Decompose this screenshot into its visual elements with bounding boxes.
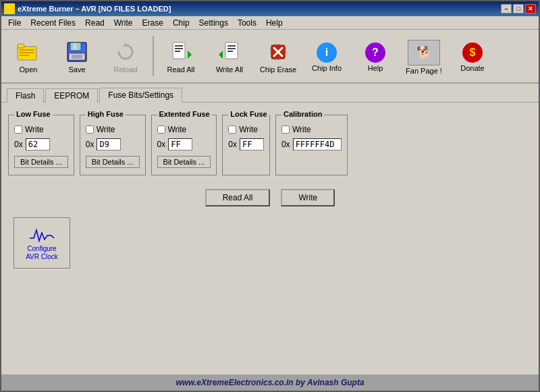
fan-page-button[interactable]: 🐕 Fan Page ! xyxy=(401,32,447,80)
app-icon: ⚡ xyxy=(4,3,15,14)
calibration-input-row: 0x xyxy=(281,138,342,150)
reload-button[interactable]: Reload xyxy=(103,32,148,80)
restore-button[interactable]: □ xyxy=(513,4,524,13)
tab-bar: Flash EEPROM Fuse Bits/Settings xyxy=(1,84,539,103)
configure-avr-clock-button[interactable]: Configure AVR Clock xyxy=(14,217,70,269)
help-button[interactable]: ? Help xyxy=(352,32,398,80)
low-fuse-bit-details-button[interactable]: Bit Details ... xyxy=(14,156,68,168)
toolbar-sep-1 xyxy=(153,36,154,76)
high-fuse-group: High Fuse Write 0x Bit Details ... xyxy=(80,115,146,175)
svg-rect-13 xyxy=(175,48,183,49)
calibration-prefix: 0x xyxy=(281,140,290,149)
avr-clock-label-line2: AVR Clock xyxy=(26,253,58,261)
donate-button[interactable]: $ Donate xyxy=(450,32,495,80)
menu-tools[interactable]: Tools xyxy=(234,17,261,29)
svg-rect-19 xyxy=(227,51,233,52)
extended-fuse-write-row: Write xyxy=(157,125,211,134)
extended-fuse-bit-details-button[interactable]: Bit Details ... xyxy=(157,156,211,168)
svg-marker-15 xyxy=(188,51,192,59)
open-button[interactable]: Open xyxy=(5,32,51,80)
svg-rect-12 xyxy=(175,45,183,47)
chip-info-icon: i xyxy=(317,43,337,63)
title-bar: ⚡ eXtreme Burner – AVR [NO FILES LOADED]… xyxy=(1,1,539,16)
calibration-write-row: Write xyxy=(281,125,342,134)
svg-rect-4 xyxy=(20,55,29,56)
high-fuse-bit-details-button[interactable]: Bit Details ... xyxy=(86,156,140,168)
chip-erase-button[interactable]: Chip Erase xyxy=(255,32,301,80)
low-fuse-input-row: 0x xyxy=(14,138,68,150)
donate-icon: $ xyxy=(462,43,483,63)
calibration-input[interactable] xyxy=(293,138,342,150)
reload-icon xyxy=(113,40,138,64)
reload-label: Reload xyxy=(114,65,138,74)
menu-settings[interactable]: Settings xyxy=(195,17,232,29)
chip-erase-icon xyxy=(266,40,290,64)
minimize-button[interactable]: – xyxy=(501,4,512,13)
svg-rect-14 xyxy=(175,51,180,52)
menu-chip[interactable]: Chip xyxy=(169,17,194,29)
menu-help[interactable]: Help xyxy=(262,17,287,29)
extended-fuse-write-checkbox[interactable] xyxy=(157,125,165,134)
low-fuse-group: Low Fuse Write 0x Bit Details ... xyxy=(8,115,74,175)
tab-fuse-bits[interactable]: Fuse Bits/Settings xyxy=(99,88,182,103)
open-label: Open xyxy=(20,65,38,74)
save-icon xyxy=(65,40,89,64)
lock-fuse-input[interactable] xyxy=(240,138,264,150)
chip-info-button[interactable]: i Chip Info xyxy=(304,32,350,80)
lock-fuse-input-row: 0x xyxy=(228,138,264,150)
lock-fuse-write-label: Write xyxy=(239,125,258,134)
high-fuse-input-row: 0x xyxy=(86,138,140,150)
svg-rect-17 xyxy=(227,45,236,47)
fan-page-label: Fan Page ! xyxy=(406,67,442,75)
extended-fuse-group: Extented Fuse Write 0x Bit Details ... xyxy=(151,115,217,175)
fan-page-icon: 🐕 xyxy=(408,40,440,65)
svg-rect-27 xyxy=(285,51,286,53)
extended-fuse-write-label: Write xyxy=(168,125,187,134)
svg-rect-26 xyxy=(285,48,286,50)
lock-fuse-prefix: 0x xyxy=(228,140,237,149)
menu-file[interactable]: File xyxy=(4,17,25,29)
high-fuse-write-label: Write xyxy=(97,125,115,134)
menu-recent-files[interactable]: Recent Files xyxy=(26,17,80,29)
tab-flash[interactable]: Flash xyxy=(7,88,44,103)
calibration-write-label: Write xyxy=(292,125,311,134)
write-all-button[interactable]: Write All xyxy=(207,32,252,80)
read-all-label: Read All xyxy=(167,65,195,74)
extended-fuse-prefix: 0x xyxy=(157,140,166,149)
main-content: Low Fuse Write 0x Bit Details ... High F… xyxy=(1,103,539,275)
toolbar: Open Save Reload xyxy=(1,30,539,84)
high-fuse-write-checkbox[interactable] xyxy=(86,125,94,134)
low-fuse-write-row: Write xyxy=(14,125,68,134)
menu-write[interactable]: Write xyxy=(110,17,137,29)
svg-marker-20 xyxy=(219,51,223,59)
menu-erase[interactable]: Erase xyxy=(138,17,167,29)
svg-rect-28 xyxy=(274,44,276,45)
low-fuse-write-checkbox[interactable] xyxy=(14,125,22,134)
svg-rect-9 xyxy=(72,55,82,59)
svg-rect-18 xyxy=(227,48,236,49)
close-button[interactable]: ✕ xyxy=(525,4,536,13)
svg-rect-30 xyxy=(274,59,276,60)
save-button[interactable]: Save xyxy=(54,32,100,80)
high-fuse-title: High Fuse xyxy=(86,110,126,118)
low-fuse-write-label: Write xyxy=(25,125,44,134)
extended-fuse-input[interactable] xyxy=(168,138,192,150)
lock-fuse-title: Lock Fuse xyxy=(228,110,269,118)
calibration-write-checkbox[interactable] xyxy=(281,125,290,134)
high-fuse-write-row: Write xyxy=(86,125,140,134)
low-fuse-prefix: 0x xyxy=(14,140,23,149)
extended-fuse-title: Extented Fuse xyxy=(157,110,212,118)
tab-eeprom[interactable]: EEPROM xyxy=(45,88,98,103)
read-all-button[interactable]: Read All xyxy=(158,32,204,80)
svg-rect-2 xyxy=(20,49,34,51)
help-label: Help xyxy=(368,64,383,72)
read-all-icon xyxy=(169,40,193,64)
write-action-button[interactable]: Write xyxy=(281,189,335,206)
low-fuse-input[interactable] xyxy=(26,138,50,150)
lock-fuse-write-checkbox[interactable] xyxy=(228,125,236,134)
menu-read[interactable]: Read xyxy=(81,17,109,29)
chip-info-label: Chip Info xyxy=(312,64,342,72)
high-fuse-input[interactable] xyxy=(97,138,121,150)
read-all-action-button[interactable]: Read All xyxy=(205,189,271,206)
avr-clock-label-line1: Configure xyxy=(27,245,56,253)
